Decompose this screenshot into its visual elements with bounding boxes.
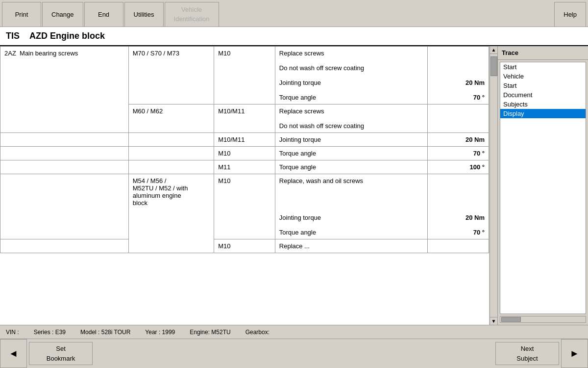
gearbox-label: Gearbox: xyxy=(245,329,270,336)
content-wrapper: 2AZ Main bearing screws M70 / S70 / M73 … xyxy=(0,46,497,325)
table-row: M10 Replace ... xyxy=(0,239,489,253)
title-bar: TIS AZD Engine block xyxy=(0,27,588,46)
next-subject-button[interactable]: NextSubject xyxy=(495,342,559,365)
trace-header: Trace xyxy=(498,46,588,60)
print-button[interactable]: Print xyxy=(2,2,41,26)
series-label: Series : E39 xyxy=(34,329,66,336)
value-cell xyxy=(428,105,489,133)
table-row: M10 Torque angle 70 ° xyxy=(0,147,489,160)
table-row: 2AZ Main bearing screws M70 / S70 / M73 … xyxy=(0,47,489,105)
bolt-cell: M10 xyxy=(214,239,275,253)
bottom-nav: ◄ SetBookmark NextSubject ► xyxy=(0,339,588,368)
bolt-cell: M10 xyxy=(214,174,275,239)
value-cell xyxy=(428,239,489,253)
change-button[interactable]: Change xyxy=(42,2,83,26)
set-bookmark-button[interactable]: SetBookmark xyxy=(29,342,93,365)
bolt-cell: M10 xyxy=(214,147,275,160)
trace-item-document[interactable]: Document xyxy=(500,90,586,100)
desc-cell: Replace screws Do not wash off screw coa… xyxy=(275,47,428,105)
vertical-scrollbar[interactable]: ▲ ▼ xyxy=(490,46,497,325)
bolt-cell: M10/M11 xyxy=(214,133,275,147)
year-label: Year : 1999 xyxy=(145,329,175,336)
value-cell: 20 Nm 70 ° xyxy=(428,47,489,105)
status-bar: VIN : Series : E39 Model : 528i TOUR Yea… xyxy=(0,325,588,339)
tis-label: TIS xyxy=(6,31,20,41)
engine-label: Engine: M52TU xyxy=(190,329,230,336)
nav-center: SetBookmark NextSubject xyxy=(27,339,561,368)
main-area: 2AZ Main bearing screws M70 / S70 / M73 … xyxy=(0,46,588,325)
utilities-button[interactable]: Utilities xyxy=(124,2,164,26)
bolt-cell: M11 xyxy=(214,160,275,174)
table-row: M54 / M56 /M52TU / M52 / withaluminum en… xyxy=(0,174,489,239)
hscroll-thumb[interactable] xyxy=(501,317,521,322)
scroll-track[interactable] xyxy=(490,54,497,317)
trace-item-subjects[interactable]: Subjects xyxy=(500,100,586,109)
desc-cell: Jointing torque xyxy=(275,133,428,147)
table-row: M10/M11 Jointing torque 20 Nm xyxy=(0,133,489,147)
trace-item-start1[interactable]: Start xyxy=(500,62,586,72)
value-cell: 20 Nm xyxy=(428,133,489,147)
scroll-thumb[interactable] xyxy=(490,56,497,76)
desc-cell: Torque angle xyxy=(275,160,428,174)
engine-cell: M60 / M62 xyxy=(128,105,214,133)
desc-cell: Replace, wash and oil screws Jointing to… xyxy=(275,174,428,239)
vehicle-id-button[interactable]: VehicleIdentification xyxy=(165,2,219,26)
engine-cell: M70 / S70 / M73 xyxy=(128,47,214,105)
trace-hscroll[interactable] xyxy=(500,316,586,323)
trace-panel: Trace Start Vehicle Start Document Subje… xyxy=(497,46,588,325)
engine-cell: M54 / M56 /M52TU / M52 / withaluminum en… xyxy=(128,174,214,253)
bolt-cell: M10/M11 xyxy=(214,105,275,133)
trace-item-display[interactable]: Display xyxy=(500,109,586,118)
content-area: 2AZ Main bearing screws M70 / S70 / M73 … xyxy=(0,46,490,325)
model-label: Model : 528i TOUR xyxy=(80,329,130,336)
help-button[interactable]: Help xyxy=(554,2,586,26)
main-table: 2AZ Main bearing screws M70 / S70 / M73 … xyxy=(0,46,489,253)
subject-cell xyxy=(0,174,129,239)
scroll-down-button[interactable]: ▼ xyxy=(490,317,497,325)
bolt-cell: M10 xyxy=(214,47,275,105)
next-arrow-icon: ► xyxy=(570,348,580,359)
engine-cell xyxy=(128,160,214,174)
trace-item-start2[interactable]: Start xyxy=(500,81,586,90)
table-row: M11 Torque angle 100 ° xyxy=(0,160,489,174)
subject-cell xyxy=(0,147,129,160)
end-button[interactable]: End xyxy=(84,2,123,26)
nav-spacer xyxy=(95,339,493,368)
desc-cell: Replace ... xyxy=(275,239,428,253)
engine-cell xyxy=(128,147,214,160)
scroll-up-button[interactable]: ▲ xyxy=(490,46,497,54)
value-cell: 20 Nm 70 ° xyxy=(428,174,489,239)
value-cell: 100 ° xyxy=(428,160,489,174)
trace-list: Start Vehicle Start Document Subjects Di… xyxy=(500,62,586,314)
toolbar: Print Change End Utilities VehicleIdenti… xyxy=(0,0,588,27)
engine-cell xyxy=(128,133,214,147)
subject-cell: 2AZ Main bearing screws xyxy=(0,47,129,133)
prev-button[interactable]: ◄ xyxy=(0,339,27,368)
subject-cell xyxy=(0,160,129,174)
value-cell: 70 ° xyxy=(428,147,489,160)
prev-arrow-icon: ◄ xyxy=(9,348,19,359)
subject-cell xyxy=(0,133,129,147)
subject-cell xyxy=(0,239,129,253)
vin-label: VIN : xyxy=(6,329,19,336)
desc-cell: Replace screws Do not wash off screw coa… xyxy=(275,105,428,133)
desc-cell: Torque angle xyxy=(275,147,428,160)
toolbar-spacer xyxy=(220,2,555,26)
trace-item-vehicle[interactable]: Vehicle xyxy=(500,72,586,81)
section-title: AZD Engine block xyxy=(29,31,105,41)
next-button[interactable]: ► xyxy=(561,339,588,368)
content-scroll[interactable]: 2AZ Main bearing screws M70 / S70 / M73 … xyxy=(0,46,489,325)
